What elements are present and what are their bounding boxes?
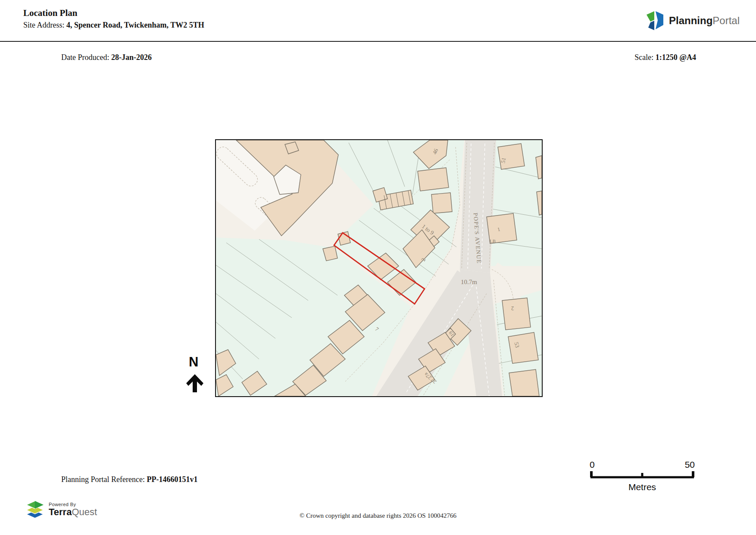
reference-label: Planning Portal Reference: [61,475,147,484]
logo-planning-text: Planning [669,15,712,26]
map-shape [498,144,525,169]
date-produced: Date Produced: 28-Jan-2026 [61,53,152,62]
planning-portal-wordmark: PlanningPortal [669,15,740,27]
header-divider [0,41,756,42]
site-address-value: 4, Spencer Road, Twickenham, TW2 5TH [66,21,204,29]
logo-portal-text: Portal [712,15,740,26]
map-shape [502,298,531,330]
reference-value: PP-14660151v1 [147,475,197,484]
site-address: Site Address: 4, Spencer Road, Twickenha… [23,21,204,30]
scale-bar: 0 50 Metres [590,460,695,492]
scale-bar-end: 50 [685,460,695,470]
north-label: N [189,354,198,370]
north-arrow-icon [186,373,204,394]
planning-portal-logo: PlanningPortal [646,10,740,31]
location-plan-page: Location Plan Site Address: 4, Spencer R… [0,0,756,535]
map-label-2: 2 [511,305,514,312]
planning-portal-logo-icon [646,10,665,31]
page-title: Location Plan [23,8,77,19]
planning-portal-reference: Planning Portal Reference: PP-14660151v1 [61,475,197,484]
scale-text: Scale: 1:1250 @A4 [634,53,696,62]
scale-bar-unit: Metres [590,482,695,492]
scale-value: 1:1250 @A4 [656,53,696,62]
site-address-label: Site Address: [23,21,66,29]
scale-bar-start: 0 [590,460,595,470]
scale-label: Scale: [634,53,655,62]
scale-bar-rule [590,471,695,479]
map-shape [418,168,449,191]
map-label-lb: LB [490,238,496,244]
copyright-text: © Crown copyright and database rights 20… [0,512,756,519]
location-plan-map: 46511 to 921LBPOPE'S AVENUE10.7m2531927 … [215,139,543,397]
map-shape [431,193,452,213]
map-shape [509,369,539,396]
date-produced-value: 28-Jan-2026 [111,53,152,62]
date-produced-label: Date Produced: [61,53,111,62]
map-label-10-7m: 10.7m [461,278,477,285]
map-shape [508,332,538,363]
